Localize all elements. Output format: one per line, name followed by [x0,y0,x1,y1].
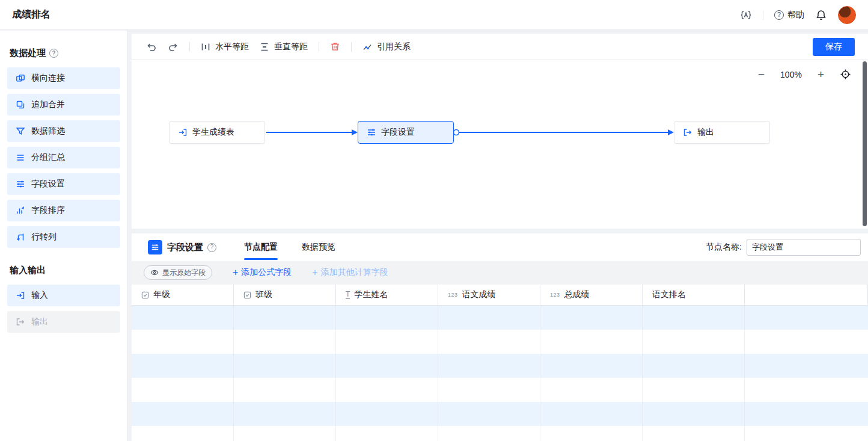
redo-icon[interactable] [168,42,179,52]
number-field-icon [550,292,560,298]
divider [351,42,352,52]
flow-canvas[interactable]: 学生成绩表 字段设置 输出 − 100% + [132,60,868,229]
panel-help-icon[interactable]: ? [207,243,216,252]
fit-view-icon[interactable] [840,69,851,80]
add-other-label: 添加其他计算字段 [321,267,388,278]
group-icon [16,153,25,162]
column-header-chinese-rank[interactable]: 语文排名 [643,285,745,305]
tab-node-config[interactable]: 节点配置 [244,233,278,261]
sidebar-item-input[interactable]: 输入 [7,285,120,306]
column-label: 总成绩 [564,289,590,300]
tab-data-preview[interactable]: 数据预览 [302,233,335,261]
zoom-controls: − 100% + [758,69,851,80]
vertical-distribute-button[interactable]: 垂直等距 [260,42,308,52]
table-cell [438,306,540,330]
sidebar-item-field-settings[interactable]: 字段设置 [7,173,120,195]
table-cell [643,306,745,330]
filter-icon [16,126,25,136]
table-cell [336,330,438,354]
section-help-icon[interactable]: ? [49,49,58,58]
column-header-grade[interactable]: 年级 [132,285,234,305]
panel-tabs: 节点配置 数据预览 [244,233,335,261]
sidebar-item-append-merge[interactable]: 追加合并 [7,94,120,116]
sidebar-section-input-output: 输入输出 [7,265,120,276]
column-header-total-score[interactable]: 总成绩 [540,285,643,305]
fields-table: 年级 班级 学生姓名 语文成绩 总成绩 [132,284,868,441]
node-name-input[interactable] [747,239,861,256]
sidebar: 数据处理 ? 横向连接 追加合并 数据筛选 分组汇总 字段设置 字段排序 [0,31,128,441]
node-output[interactable]: 输出 [674,121,770,144]
table-cell [745,402,868,426]
item-label: 数据筛选 [31,126,65,137]
table-cell [643,378,745,402]
table-row [132,402,868,426]
help-label: 帮助 [787,10,804,20]
text-field-icon [346,291,350,299]
table-cell [745,426,868,441]
table-cell [336,378,438,402]
node-student-score-table[interactable]: 学生成绩表 [169,121,265,144]
zoom-in-button[interactable]: + [818,69,824,80]
table-cell [643,354,745,378]
top-bar: 成绩排名 ? 帮助 [0,0,868,30]
canvas-scrollbar[interactable] [863,61,867,226]
sidebar-item-data-filter[interactable]: 数据筛选 [7,120,120,142]
item-label: 字段设置 [31,179,65,190]
avatar[interactable] [838,6,856,24]
reference-relation-button[interactable]: 引用关系 [362,42,411,52]
notification-bell-icon[interactable] [815,9,827,21]
save-button[interactable]: 保存 [813,38,855,56]
sidebar-item-row-to-column[interactable]: 行转列 [7,226,120,248]
table-cell [234,330,336,354]
table-cell [643,330,745,354]
sidebar-item-group-summary[interactable]: 分组汇总 [7,147,120,168]
column-header-chinese-score[interactable]: 语文成绩 [438,285,540,305]
node-config-panel: 字段设置 ? 节点配置 数据预览 节点名称: 显示原始字段 + [132,233,868,441]
zoom-out-button[interactable]: − [758,69,765,80]
column-label: 班级 [255,289,272,300]
item-label: 行转列 [31,232,57,242]
tab-label: 节点配置 [244,242,278,253]
column-header-empty [745,285,868,305]
delete-icon[interactable] [330,42,340,52]
table-cell [643,426,745,441]
help-button[interactable]: ? 帮助 [774,10,804,20]
table-cell [438,354,540,378]
column-header-class[interactable]: 班级 [234,285,336,305]
table-row [132,330,868,354]
language-icon[interactable] [740,9,752,21]
column-label: 语文成绩 [462,289,496,300]
item-label: 追加合并 [31,99,65,110]
column-label: 语文排名 [652,289,686,300]
sidebar-section-data-processing: 数据处理 ? [7,48,120,59]
item-label: 输出 [31,316,48,327]
panel-header: 字段设置 ? 节点配置 数据预览 节点名称: [132,233,868,261]
add-formula-field-button[interactable]: + 添加公式字段 [233,267,292,278]
section-gap [132,229,868,233]
section-title: 数据处理 [10,48,46,59]
table-cell [234,354,336,378]
sliders-icon [16,179,25,189]
show-original-fields-button[interactable]: 显示原始字段 [144,265,212,280]
column-label: 年级 [153,289,170,300]
horizontal-distribute-button[interactable]: 水平等距 [201,42,249,52]
item-label: 字段排序 [31,205,65,216]
horizontal-distribute-label: 水平等距 [215,42,249,52]
table-cell [336,306,438,330]
horizontal-distribute-icon [201,42,210,52]
table-cell [438,426,540,441]
input-icon [16,291,25,300]
question-icon: ? [774,10,784,20]
output-icon [683,128,692,137]
table-cell [745,330,868,354]
sidebar-item-horizontal-join[interactable]: 横向连接 [7,67,120,89]
reference-relation-icon [362,42,372,52]
section-title: 输入输出 [10,265,46,276]
table-cell [540,330,643,354]
sidebar-item-field-sort[interactable]: 字段排序 [7,200,120,221]
node-field-settings[interactable]: 字段设置 [358,121,454,144]
undo-icon[interactable] [146,42,157,52]
column-header-student-name[interactable]: 学生姓名 [336,285,438,305]
table-row [132,306,868,330]
divider [189,42,190,52]
